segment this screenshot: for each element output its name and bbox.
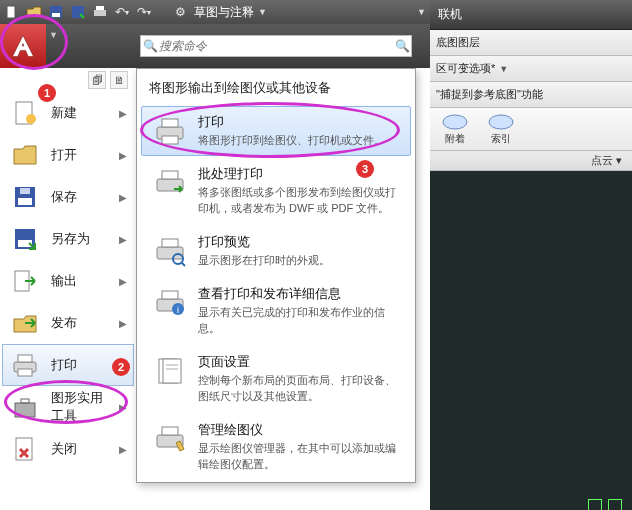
printer-variant-icon <box>152 113 188 149</box>
menu-item-file-new[interactable]: 新建▶ <box>2 92 134 134</box>
svg-rect-22 <box>162 136 178 144</box>
search-icon: 🔍 <box>141 39 159 53</box>
menu-label: 另存为 <box>51 230 109 248</box>
submenu-head: 打印 <box>198 113 400 131</box>
printer-variant-icon <box>152 233 188 269</box>
menu-label: 图形实用 工具 <box>51 389 109 425</box>
submenu-head: 查看打印和发布详细信息 <box>198 285 400 303</box>
chevron-right-icon: ▶ <box>119 234 127 245</box>
undo-icon[interactable]: ↶▾ <box>114 4 130 20</box>
printer-icon <box>9 349 41 381</box>
svg-rect-10 <box>20 188 30 194</box>
drawing-canvas[interactable] <box>430 171 632 510</box>
submenu-title: 将图形输出到绘图仪或其他设备 <box>137 69 415 104</box>
menu-label: 新建 <box>51 104 109 122</box>
svg-rect-0 <box>7 6 15 18</box>
submenu-item-4[interactable]: 页面设置控制每个新布局的页面布局、打印设备、图纸尺寸以及其他设置。 <box>141 346 411 412</box>
svg-rect-4 <box>94 10 106 16</box>
mini-toolbar: 🗐 🗎 <box>2 68 134 92</box>
layer-row[interactable]: 底图图层 <box>430 30 632 56</box>
printer-variant-icon <box>152 165 188 201</box>
export-icon <box>9 265 41 297</box>
recent-docs-icon[interactable]: 🗐 <box>88 71 106 89</box>
menu-item-floppy-as[interactable]: 另存为▶ <box>2 218 134 260</box>
workspace-label: 草图与注释 <box>194 4 254 21</box>
submenu-item-5[interactable]: 管理绘图仪显示绘图仪管理器，在其中可以添加或编辑绘图仪配置。 <box>141 414 411 480</box>
svg-rect-26 <box>162 239 178 247</box>
menu-item-floppy[interactable]: 保存▶ <box>2 176 134 218</box>
submenu-desc: 将图形打印到绘图仪、打印机或文件。 <box>198 133 400 149</box>
annotation-badge-1: 1 <box>38 84 56 102</box>
svg-rect-15 <box>18 355 32 362</box>
pointcloud-group: 附着 索引 <box>430 108 632 151</box>
print-icon[interactable] <box>92 4 108 20</box>
printer-variant-icon <box>152 421 188 457</box>
menu-item-close-file[interactable]: 关闭▶ <box>2 428 134 470</box>
menu-item-toolbox[interactable]: 图形实用 工具▶ <box>2 386 134 428</box>
submenu-item-0[interactable]: 打印将图形打印到绘图仪、打印机或文件。 <box>141 106 411 156</box>
menu-label: 打开 <box>51 146 109 164</box>
print-submenu: 将图形输出到绘图仪或其他设备 打印将图形打印到绘图仪、打印机或文件。批处理打印将… <box>136 68 416 483</box>
svg-point-7 <box>26 114 36 124</box>
open-docs-icon[interactable]: 🗎 <box>110 71 128 89</box>
command-search[interactable]: 🔍 🔍 <box>140 35 412 57</box>
snap-row[interactable]: "捕捉到参考底图"功能 <box>430 82 632 108</box>
submenu-head: 管理绘图仪 <box>198 421 400 439</box>
menu-item-export[interactable]: 输出▶ <box>2 260 134 302</box>
redo-icon[interactable]: ↷▾ <box>136 4 152 20</box>
open-icon[interactable] <box>26 4 42 20</box>
new-icon[interactable] <box>4 4 20 20</box>
chevron-right-icon: ▶ <box>119 276 127 287</box>
submenu-head: 打印预览 <box>198 233 400 251</box>
svg-rect-37 <box>162 427 178 435</box>
publish-icon <box>9 307 41 339</box>
chevron-right-icon: ▶ <box>119 318 127 329</box>
index-button[interactable]: 索引 <box>482 112 520 146</box>
application-menu: 🗐 🗎 新建▶打开▶保存▶另存为▶输出▶发布▶打印▶图形实用 工具▶关闭▶ <box>2 68 134 470</box>
menu-item-publish[interactable]: 发布▶ <box>2 302 134 344</box>
submenu-item-2[interactable]: 打印预览显示图形在打印时的外观。 <box>141 226 411 276</box>
menu-label: 打印 <box>51 356 109 374</box>
quick-access-toolbar: ↶▾ ↷▾ ⚙ 草图与注释 ▼ ▼ <box>0 0 430 24</box>
save-icon[interactable] <box>48 4 64 20</box>
ribbon-tab-online[interactable]: 联机 <box>430 0 632 30</box>
menu-label: 关闭 <box>51 440 109 458</box>
pointcloud-footer[interactable]: 点云 ▾ <box>430 151 632 171</box>
chevron-right-icon: ▶ <box>119 108 127 119</box>
svg-point-39 <box>489 115 513 129</box>
drawing-shape <box>608 499 622 510</box>
attach-button[interactable]: 附着 <box>436 112 474 146</box>
submenu-desc: 显示有关已完成的打印和发布作业的信息。 <box>198 305 400 337</box>
search-input[interactable] <box>159 39 393 53</box>
svg-rect-9 <box>18 198 32 205</box>
search-go-icon[interactable]: 🔍 <box>393 39 411 53</box>
chevron-down-icon: ▼ <box>258 7 267 17</box>
saveas-icon[interactable] <box>70 4 86 20</box>
submenu-desc: 将多张图纸或多个图形发布到绘图仪或打印机，或者发布为 DWF 或 PDF 文件。 <box>198 185 400 217</box>
svg-rect-18 <box>21 399 29 403</box>
options-row[interactable]: 区可变选项*▼ <box>430 56 632 82</box>
drawing-shape <box>588 499 602 510</box>
workspace-dropdown[interactable]: 草图与注释 ▼ <box>194 4 267 21</box>
svg-rect-24 <box>162 171 178 179</box>
application-menu-button[interactable]: ▼ <box>0 24 46 68</box>
chevron-right-icon: ▶ <box>119 444 127 455</box>
chevron-right-icon: ▶ <box>119 150 127 161</box>
submenu-desc: 控制每个新布局的页面布局、打印设备、图纸尺寸以及其他设置。 <box>198 373 400 405</box>
menu-label: 保存 <box>51 188 109 206</box>
printer-variant-icon <box>152 353 188 389</box>
printer-variant-icon: i <box>152 285 188 321</box>
svg-rect-2 <box>52 13 60 17</box>
svg-rect-29 <box>162 291 178 299</box>
file-new-icon <box>9 97 41 129</box>
gear-icon[interactable]: ⚙ <box>172 4 188 20</box>
close-file-icon <box>9 433 41 465</box>
menu-item-folder-open[interactable]: 打开▶ <box>2 134 134 176</box>
right-panel: 联机 底图图层 区可变选项*▼ "捕捉到参考底图"功能 附着 索引 点云 ▾ <box>430 0 632 510</box>
menu-label: 输出 <box>51 272 109 290</box>
submenu-desc: 显示图形在打印时的外观。 <box>198 253 400 269</box>
submenu-item-3[interactable]: i查看打印和发布详细信息显示有关已完成的打印和发布作业的信息。 <box>141 278 411 344</box>
annotation-badge-3: 3 <box>356 160 374 178</box>
submenu-desc: 显示绘图仪管理器，在其中可以添加或编辑绘图仪配置。 <box>198 441 400 473</box>
toolbar-overflow-icon[interactable]: ▼ <box>417 7 426 17</box>
